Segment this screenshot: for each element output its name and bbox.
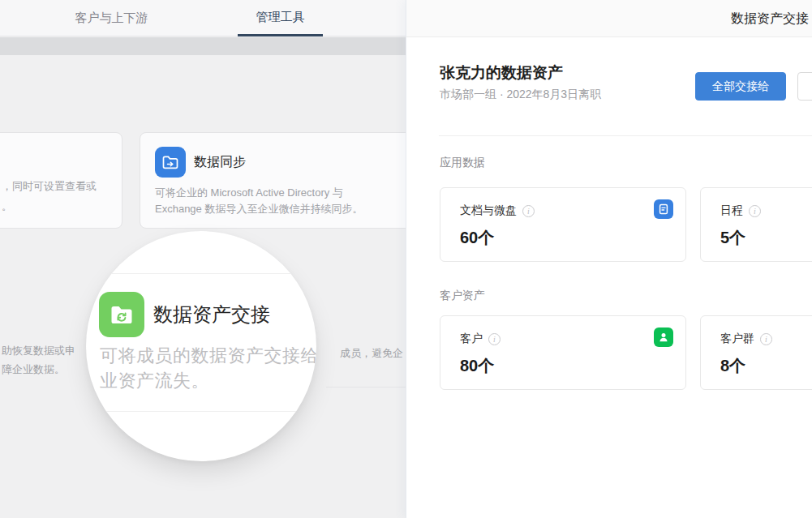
folder-sync-blue-icon (155, 147, 186, 178)
section-label-customer-assets: 客户资产 (440, 289, 485, 303)
section-label-app-data: 应用数据 (440, 156, 485, 170)
owner-assets-title: 张克力的数据资产 (440, 62, 563, 83)
handover-detail-panel: 数据资产交接 张克力的数据资产 市场部一组 · 2022年8月3日离职 全部交接… (406, 0, 812, 518)
magnified-card-divider-top (86, 273, 316, 274)
data-sync-title: 数据同步 (194, 154, 246, 171)
secondary-button[interactable] (797, 72, 812, 101)
panel-header-title: 数据资产交接 (731, 0, 809, 37)
data-sync-desc-line2: Exchange 数据导入至企业微信并持续同步。 (155, 201, 415, 217)
stat-name-customers: 客户 (460, 332, 483, 346)
folder-sync-green-icon (99, 292, 144, 337)
card-bottom-border-fragment (326, 387, 406, 387)
stat-card-docs-drive[interactable]: 文档与微盘 i 60个 (440, 187, 686, 262)
stat-card-schedule[interactable]: 日程 i 5个 (700, 187, 812, 262)
stat-name-docs-drive: 文档与微盘 (460, 203, 517, 218)
partial-card-desc-line1: ，同时可设置查看或 (2, 179, 97, 194)
handover-card-desc-fragment: 成员，避免企 (340, 346, 403, 361)
top-tab-bar: 客户与上下游 管理工具 (0, 0, 406, 36)
data-sync-desc-line1: 可将企业的 Microsoft Active Directory 与 (155, 185, 415, 201)
stat-value-customers: 80个 (460, 355, 494, 377)
owner-department-and-leave-date: 市场部一组 · 2022年8月3日离职 (440, 88, 601, 102)
info-icon[interactable]: i (760, 333, 772, 345)
magnifier-circle: 数据资产交接 可将成员的数据资产交接给其他成员，避免企 业资产流失。 (86, 231, 316, 461)
tab-admin-tools[interactable]: 管理工具 (238, 0, 323, 36)
screen: 客户与上下游 管理工具 ，同时可设置查看或 。 数据同步 可将企业的 Micro… (0, 0, 812, 518)
panel-header: 数据资产交接 (406, 0, 812, 37)
stat-card-customer-groups[interactable]: 客户群 i 8个 (700, 315, 812, 390)
admin-tools-page: 客户与上下游 管理工具 ，同时可设置查看或 。 数据同步 可将企业的 Micro… (0, 0, 406, 518)
stat-value-docs-drive: 60个 (460, 227, 494, 249)
stat-value-customer-groups: 8个 (720, 355, 745, 377)
person-icon (654, 327, 673, 347)
feature-card-data-sync[interactable]: 数据同步 可将企业的 Microsoft Active Directory 与 … (140, 132, 419, 229)
magnified-card-divider-bottom (86, 411, 316, 412)
info-icon[interactable]: i (488, 333, 501, 345)
tab-customers-upstream[interactable]: 客户与上下游 (57, 0, 166, 36)
header-divider (439, 135, 812, 136)
magnified-handover-desc-line2: 业资产流失。 (100, 369, 209, 393)
info-icon[interactable]: i (522, 205, 535, 217)
page-subheader-band (0, 37, 406, 55)
handover-all-button[interactable]: 全部交接给 (695, 72, 786, 101)
info-icon[interactable]: i (749, 205, 761, 217)
partial-card-desc-line2: 。 (2, 199, 12, 214)
restore-card-desc-line2: 障企业数据。 (2, 362, 65, 377)
stat-card-customers[interactable]: 客户 i 80个 (440, 315, 686, 390)
stat-name-schedule: 日程 (720, 203, 743, 218)
stat-name-customer-groups: 客户群 (720, 332, 754, 346)
data-sync-description: 可将企业的 Microsoft Active Directory 与 Excha… (155, 185, 415, 217)
document-icon (654, 199, 673, 219)
magnified-handover-desc-line1: 可将成员的数据资产交接给其他成员，避免企 (100, 344, 316, 368)
restore-card-desc-line1: 助恢复数据或申 (2, 344, 75, 358)
stat-value-schedule: 5个 (720, 227, 745, 249)
magnified-handover-title: 数据资产交接 (153, 302, 270, 327)
